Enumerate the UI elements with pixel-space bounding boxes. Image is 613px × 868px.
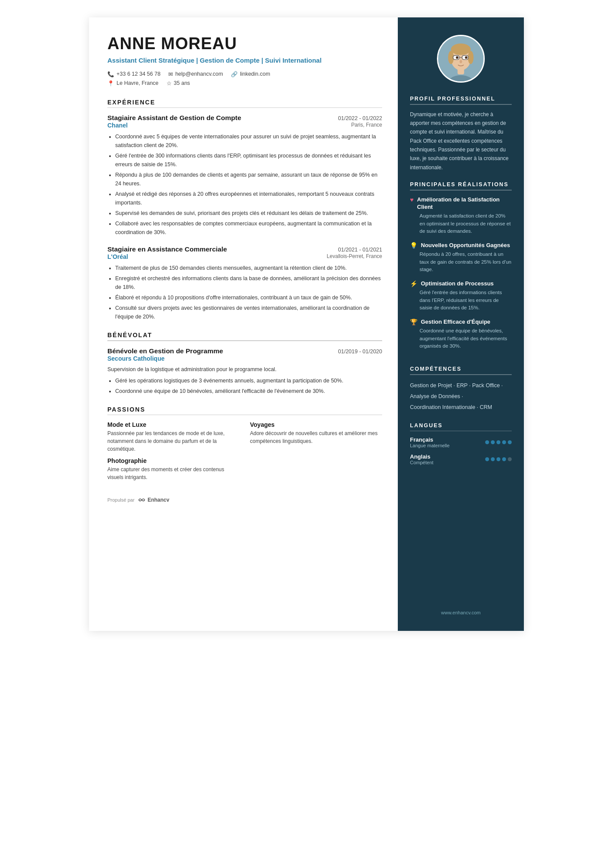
avatar-wrap <box>410 35 512 83</box>
langues-divider <box>410 431 512 432</box>
benevolat-section-title: BÉNÉVOLAT <box>107 332 382 338</box>
langues-title: LANGUES <box>410 422 512 429</box>
passion-desc-1: Passionnée par les tendances de mode et … <box>107 429 240 453</box>
realisation-title-2: Nouvelles Opportunités Gagnées <box>421 241 510 249</box>
realisation-item-1: ♥ Amélioration de la Satisfaction Client… <box>410 196 512 236</box>
svg-point-14 <box>460 60 462 64</box>
footer-website: www.enhancv.com <box>441 610 481 615</box>
passion-title-2: Voyages <box>250 421 382 428</box>
competences-section: COMPÉTENCES Gestion de Projet · ERP · Pa… <box>410 366 512 413</box>
phone-field: 📞 +33 6 12 34 56 78 <box>107 71 160 77</box>
profile-image <box>438 35 483 83</box>
dot-en-3 <box>496 457 500 461</box>
exp-location-1: Paris, France <box>351 122 382 128</box>
enhancv-logo: Enhancv <box>138 497 169 503</box>
profil-title: PROFIL PROFESSIONNEL <box>410 96 512 102</box>
passion-desc-3: Aime capturer des moments et créer des c… <box>107 466 240 481</box>
location-icon: 📍 <box>107 80 114 87</box>
experience-divider <box>107 107 382 108</box>
passion-item-3: Photographie Aime capturer des moments e… <box>107 457 240 481</box>
exp-title-2: Stagiaire en Assistance Commerciale <box>107 245 227 253</box>
dot-fr-4 <box>502 440 506 444</box>
experience-section-title: EXPÉRIENCE <box>107 99 382 106</box>
bulb-icon: 💡 <box>410 242 417 249</box>
realisation-item-4: 🏆 Gestion Efficace d'Équipe Coordonné un… <box>410 318 512 350</box>
footer-right: www.enhancv.com <box>410 597 512 615</box>
bullet: Répondu à plus de 100 demandes de client… <box>115 171 382 188</box>
dot-fr-1 <box>485 440 489 444</box>
competences-text: Gestion de Projet · ERP · Pack Office · … <box>410 380 512 413</box>
avatar <box>437 35 485 83</box>
candidate-name: ANNE MOREAU <box>107 35 382 53</box>
passion-desc-2: Adore découvrir de nouvelles cultures et… <box>250 429 382 445</box>
realisation-title-3: Optimisation de Processus <box>421 280 494 288</box>
passion-title-1: Mode et Luxe <box>107 421 240 428</box>
dot-fr-2 <box>491 440 495 444</box>
dot-en-2 <box>491 457 495 461</box>
contact-row-2: 📍 Le Havre, France ☆ 35 ans <box>107 80 382 87</box>
bullet: Coordonné une équipe de 10 bénévoles, am… <box>115 387 382 395</box>
vol-item-1: Bénévole en Gestion de Programme 01/2019… <box>107 347 382 395</box>
langue-level-en: Compétent <box>410 460 433 465</box>
location-field: 📍 Le Havre, France <box>107 80 159 87</box>
competences-divider <box>410 374 512 375</box>
langues-section: LANGUES Français Langue maternelle Angla <box>410 422 512 471</box>
passions-divider <box>107 415 382 416</box>
star-icon: ☆ <box>167 80 172 87</box>
vol-description-1: Supervision de la logistique et administ… <box>107 365 382 374</box>
profil-section: PROFIL PROFESSIONNEL Dynamique et motivé… <box>410 96 512 172</box>
langue-item-francais: Français Langue maternelle <box>410 436 512 448</box>
langue-name-en: Anglais <box>410 453 433 460</box>
svg-point-10 <box>465 56 467 59</box>
profil-text: Dynamique et motivée, je cherche à appor… <box>410 110 512 172</box>
exp-bullets-1: Coordonné avec 5 équipes de vente intern… <box>107 132 382 237</box>
exp-dates-1: 01/2022 - 01/2022 <box>338 115 382 121</box>
vol-dates-1: 01/2019 - 01/2020 <box>338 349 382 355</box>
brand-name: Enhancv <box>147 497 169 503</box>
dot-fr-3 <box>496 440 500 444</box>
exp-item-1: Stagiaire Assistant de Gestion de Compte… <box>107 114 382 237</box>
exp-item-2: Stagiaire en Assistance Commerciale 01/2… <box>107 245 382 321</box>
exp-dates-2: 01/2021 - 01/2021 <box>338 247 382 253</box>
profil-divider <box>410 104 512 105</box>
competences-title: COMPÉTENCES <box>410 366 512 372</box>
realisations-section: PRINCIPALES RÉALISATIONS ♥ Amélioration … <box>410 181 512 356</box>
trophy-icon: 🏆 <box>410 318 417 325</box>
competences-line-2: Analyse de Données · <box>410 391 512 402</box>
bullet: Analysé et rédigé des réponses à 20 offr… <box>115 190 382 207</box>
dot-en-5 <box>508 457 512 461</box>
langue-dots-en <box>485 457 512 461</box>
competences-line-3: Coordination Internationale · CRM <box>410 402 512 413</box>
realisation-title-1: Amélioration de la Satisfaction Client <box>417 196 512 211</box>
bullet: Collaboré avec les responsables de compt… <box>115 219 382 237</box>
langue-name-fr: Français <box>410 436 450 443</box>
realisation-title-4: Gestion Efficace d'Équipe <box>421 318 490 326</box>
linkedin-icon: 🔗 <box>231 71 238 77</box>
benevolat-divider <box>107 340 382 341</box>
bolt-icon: ⚡ <box>410 280 417 287</box>
svg-point-9 <box>456 56 459 59</box>
dot-fr-5 <box>508 440 512 444</box>
enhancv-icon <box>138 497 146 503</box>
realisation-desc-2: Répondu à 20 offres, contribuant à un ta… <box>410 251 512 274</box>
passion-title-3: Photographie <box>107 457 240 464</box>
vol-title-1: Bénévole en Gestion de Programme <box>107 347 223 355</box>
bullet: Enregistré et orchestré des informations… <box>115 274 382 292</box>
langue-level-fr: Langue maternelle <box>410 443 450 448</box>
heart-icon: ♥ <box>410 196 413 203</box>
bullet: Géré les opérations logistiques de 3 évé… <box>115 376 382 385</box>
realisation-desc-1: Augmenté la satisfaction client de 20% e… <box>410 212 512 235</box>
powered-by-label: Propulsé par <box>107 497 134 503</box>
passions-grid: Mode et Luxe Passionnée par les tendance… <box>107 421 382 481</box>
passion-item-1: Mode et Luxe Passionnée par les tendance… <box>107 421 240 453</box>
passion-item-2: Voyages Adore découvrir de nouvelles cul… <box>250 421 382 453</box>
age-field: ☆ 35 ans <box>167 80 190 87</box>
email-icon: ✉ <box>168 71 173 77</box>
passions-section-title: PASSIONS <box>107 406 382 413</box>
realisation-item-2: 💡 Nouvelles Opportunités Gagnées Répondu… <box>410 241 512 274</box>
exp-location-2: Levallois-Perret, France <box>327 253 382 259</box>
vol-company-1: Secours Catholique <box>107 355 164 362</box>
contact-row-1: 📞 +33 6 12 34 56 78 ✉ help@enhancv.com 🔗… <box>107 71 382 77</box>
bullet: Traitement de plus de 150 demandes clien… <box>115 264 382 272</box>
exp-title-1: Stagiaire Assistant de Gestion de Compte <box>107 114 241 122</box>
